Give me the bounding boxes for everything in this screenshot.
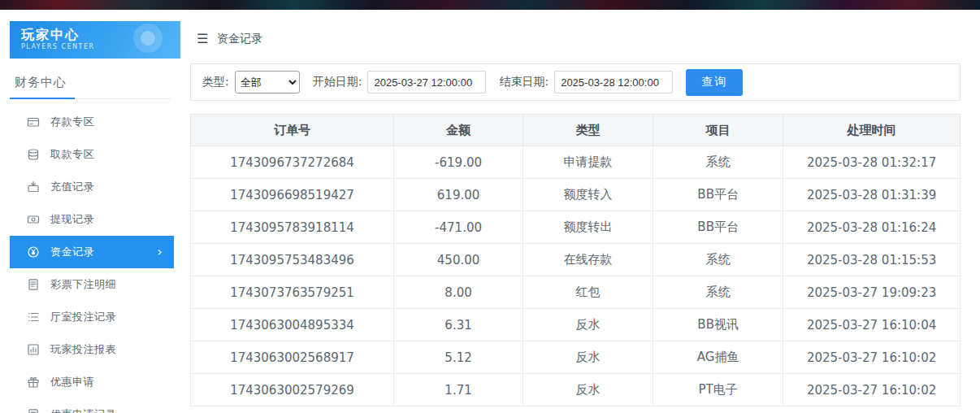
sidebar-section-title: 财务中心 — [10, 75, 171, 99]
cell-type: 反水 — [523, 374, 653, 406]
cell-item: BB平台 — [653, 179, 783, 211]
sidebar-item-player-bet-report[interactable]: 玩家投注报表 — [10, 333, 174, 366]
sidebar-item-deposit-zone[interactable]: 存款专区 — [10, 106, 174, 138]
sidebar-item-label: 充值记录 — [50, 180, 94, 194]
cell-order-no: 1743096737272684 — [191, 146, 394, 179]
cell-item: BB平台 — [653, 211, 783, 244]
filter-bar: 类型: 全部 开始日期: 结束日期: 查询 — [190, 63, 960, 101]
table-header-row: 订单号 金额 类型 项目 处理时间 — [191, 115, 960, 146]
cell-amount: 5.12 — [394, 341, 523, 374]
chevron-right-icon: › — [158, 246, 163, 259]
sidebar-item-label: 存款专区 — [50, 115, 94, 129]
sidebar-item-lottery-bet-details[interactable]: 彩票下注明细 — [10, 268, 174, 301]
table-row: 1743063004895334 6.31 反水 BB视讯 2025-03-27… — [191, 309, 960, 341]
main-content: ☰ 资金记录 类型: 全部 开始日期: 结束日期: 查询 订单号 金额 类型 — [180, 10, 980, 413]
cell-order-no: 1743096698519427 — [191, 179, 394, 211]
cell-type: 反水 — [523, 341, 653, 374]
cell-amount: 6.31 — [394, 309, 523, 341]
cell-order-no: 1743095753483496 — [191, 244, 394, 276]
coins-icon — [27, 148, 40, 161]
cell-amount: 619.00 — [394, 179, 523, 211]
cell-type: 申请提款 — [523, 146, 653, 179]
cell-order-no: 1743063002568917 — [191, 341, 394, 374]
sidebar: 玩家中心 PLAYERS CENTER 财务中心 存款专区 取款专区 — [0, 10, 180, 413]
col-header-processed-time: 处理时间 — [783, 115, 960, 146]
cell-time: 2025-03-28 01:32:17 — [783, 146, 960, 179]
start-date-input[interactable] — [367, 71, 486, 93]
cell-item: PT电子 — [653, 374, 783, 406]
sidebar-item-recharge-records[interactable]: 充值记录 — [10, 171, 174, 203]
col-header-type: 类型 — [523, 115, 653, 146]
col-header-item: 项目 — [653, 115, 783, 146]
cell-item: 系统 — [653, 276, 783, 309]
document-check-icon — [27, 408, 40, 413]
cell-amount: 8.00 — [394, 276, 523, 309]
cell-item: 系统 — [653, 244, 783, 276]
cell-type: 额度转出 — [523, 211, 653, 244]
cell-order-no: 1743063002579269 — [191, 374, 394, 406]
sidebar-item-label: 玩家投注报表 — [50, 342, 116, 357]
list-icon — [27, 311, 40, 324]
start-date-label: 开始日期: — [313, 75, 362, 89]
cell-time: 2025-03-28 01:15:53 — [783, 244, 960, 276]
cell-amount: 450.00 — [394, 244, 523, 276]
col-header-order-no: 订单号 — [191, 115, 394, 146]
sidebar-item-label: 厅室投注记录 — [50, 310, 116, 324]
table-row: 1743073763579251 8.00 红包 系统 2025-03-27 1… — [191, 276, 960, 309]
cell-item: AG捕鱼 — [653, 341, 783, 374]
type-label: 类型: — [202, 75, 229, 89]
sidebar-item-label: 彩票下注明细 — [50, 277, 116, 292]
banknote-icon — [27, 213, 40, 226]
sidebar-item-funds-records[interactable]: 资金记录 › — [10, 236, 174, 268]
sidebar-item-promo-apply[interactable]: 优惠申请 — [10, 366, 174, 398]
sidebar-item-withdraw-zone[interactable]: 取款专区 — [10, 138, 174, 171]
cell-order-no: 1743063004895334 — [191, 309, 394, 341]
end-date-input[interactable] — [554, 71, 673, 93]
sidebar-item-label: 提现记录 — [50, 212, 94, 227]
sidebar-header: 玩家中心 PLAYERS CENTER — [10, 21, 180, 59]
cell-type: 额度转入 — [523, 179, 653, 211]
cell-amount: -619.00 — [394, 146, 523, 179]
deposit-arrow-icon — [27, 180, 40, 193]
sidebar-item-label: 资金记录 — [50, 245, 94, 259]
sidebar-item-hall-bet-records[interactable]: 厅室投注记录 — [10, 301, 174, 333]
deposit-card-icon — [27, 115, 40, 128]
player-center-page: 玩家中心 PLAYERS CENTER 财务中心 存款专区 取款专区 — [0, 0, 980, 413]
money-circle-icon — [27, 246, 40, 259]
bar-chart-icon — [27, 343, 40, 356]
table-row: 1743096737272684 -619.00 申请提款 系统 2025-03… — [191, 146, 960, 179]
table-row: 1743063002568917 5.12 反水 AG捕鱼 2025-03-27… — [191, 341, 960, 374]
sidebar-item-label: 优惠申请记录 — [50, 407, 116, 413]
sidebar-item-label: 取款专区 — [50, 147, 94, 162]
cell-item: 系统 — [653, 146, 783, 179]
cell-time: 2025-03-27 16:10:02 — [783, 374, 960, 406]
table-row: 1743095783918114 -471.00 额度转出 BB平台 2025-… — [191, 211, 960, 244]
cell-order-no: 1743073763579251 — [191, 276, 394, 309]
document-lines-icon — [27, 278, 40, 291]
cell-type: 红包 — [523, 276, 653, 309]
end-date-label: 结束日期: — [499, 75, 549, 89]
hamburger-menu-icon[interactable]: ☰ — [197, 33, 208, 46]
top-photo-banner — [0, 0, 980, 10]
cell-time: 2025-03-27 16:10:04 — [783, 309, 960, 341]
cell-order-no: 1743095783918114 — [191, 211, 394, 244]
cell-time: 2025-03-28 01:31:39 — [783, 179, 960, 211]
sidebar-item-withdrawal-records[interactable]: 提现记录 — [10, 203, 174, 236]
cell-item: BB视讯 — [653, 309, 783, 341]
decoration-circle-inner — [141, 31, 155, 46]
sidebar-menu: 存款专区 取款专区 充值记录 提现记录 — [0, 106, 180, 413]
cell-amount: -471.00 — [394, 211, 523, 244]
cell-amount: 1.71 — [394, 374, 523, 406]
gift-icon — [27, 376, 40, 389]
sidebar-item-promo-apply-records[interactable]: 优惠申请记录 — [10, 398, 174, 413]
col-header-amount: 金额 — [394, 115, 523, 146]
page-title: 资金记录 — [217, 32, 262, 46]
cell-type: 反水 — [523, 309, 653, 341]
funds-records-table: 订单号 金额 类型 项目 处理时间 1743096737272684 -619.… — [190, 114, 960, 406]
cell-time: 2025-03-27 16:10:02 — [783, 341, 960, 374]
cell-time: 2025-03-27 19:09:23 — [783, 276, 960, 309]
type-select[interactable]: 全部 — [235, 71, 300, 93]
table-row: 1743095753483496 450.00 在线存款 系统 2025-03-… — [191, 244, 960, 276]
query-button[interactable]: 查询 — [686, 69, 743, 96]
breadcrumb: ☰ 资金记录 — [180, 10, 980, 46]
